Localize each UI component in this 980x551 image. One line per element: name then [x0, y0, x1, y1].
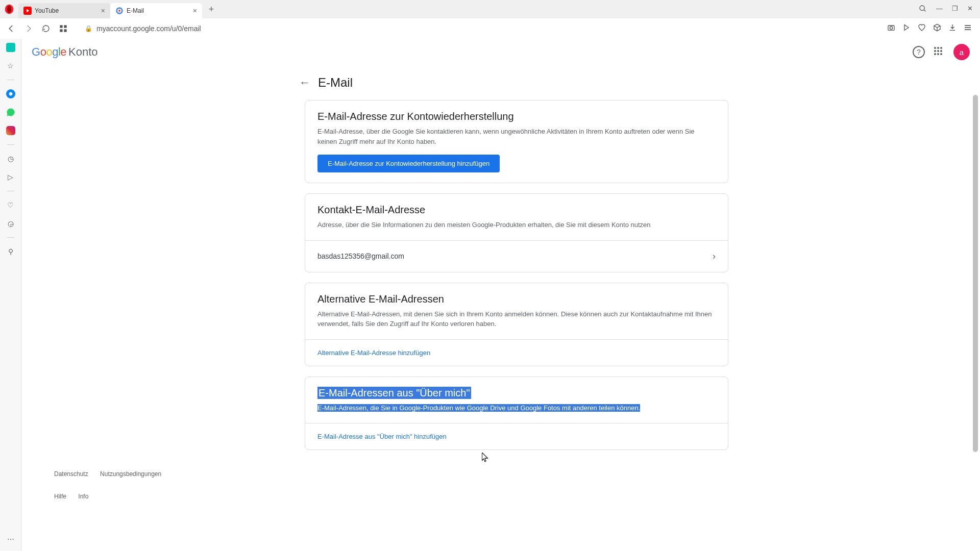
card-title: E-Mail-Adresse zur Kontowiederherstellun… [317, 111, 716, 122]
tab-label: E-Mail [127, 7, 144, 14]
card-title: Alternative E-Mail-Adressen [317, 293, 716, 305]
menu-icon[interactable] [964, 23, 972, 34]
play-icon[interactable] [902, 23, 911, 34]
info-link[interactable]: Info [78, 493, 88, 500]
product-label: Konto [68, 45, 98, 59]
back-button[interactable] [5, 22, 17, 35]
avatar[interactable]: a [953, 44, 970, 60]
whatsapp-icon[interactable] [6, 108, 15, 117]
selected-text: E-Mail-Adressen, die Sie in Google-Produ… [317, 404, 640, 412]
add-about-email-link[interactable]: E-Mail-Adresse aus "Über mich" hinzufüge… [305, 423, 728, 449]
separator [7, 144, 14, 145]
download-icon[interactable] [948, 23, 957, 34]
more-icon[interactable]: ⋯ [6, 535, 15, 544]
minimize-button[interactable]: — [936, 5, 943, 14]
svg-rect-11 [64, 29, 66, 32]
svg-point-13 [890, 27, 892, 29]
clock-icon[interactable]: ◷ [6, 154, 15, 163]
toolbar-right [887, 23, 972, 34]
scroll-thumb[interactable] [973, 95, 978, 452]
url-text: myaccount.google.com/u/0/email [96, 24, 201, 33]
messenger-icon[interactable] [6, 89, 15, 98]
scrollbar[interactable] [972, 39, 979, 551]
star-icon[interactable]: ☆ [6, 61, 15, 70]
svg-line-7 [924, 10, 925, 11]
heart-icon[interactable] [918, 23, 926, 34]
close-button[interactable]: ✕ [967, 5, 973, 14]
pin-icon[interactable]: ⚲ [6, 247, 15, 256]
heart-icon[interactable]: ♡ [6, 201, 15, 210]
email-value: basdas125356@gmail.com [317, 252, 404, 260]
card-title: Kontakt-E-Mail-Adresse [317, 204, 716, 216]
new-tab-button[interactable]: + [204, 2, 218, 16]
cube-icon[interactable] [933, 23, 941, 34]
google-header: Google Konto ? a [21, 39, 980, 65]
opera-menu-button[interactable] [0, 0, 18, 18]
close-icon[interactable]: × [101, 7, 105, 15]
card-description: Alternative E-Mail-Adressen, mit denen S… [317, 309, 716, 329]
window-controls: — ❐ ✕ [912, 5, 980, 14]
contact-email-row[interactable]: basdas125356@gmail.com › [305, 240, 728, 272]
add-recovery-email-button[interactable]: E-Mail-Adresse zur Kontowiederherstellun… [317, 155, 500, 172]
google-logo[interactable]: Google [32, 45, 66, 59]
google-icon [115, 7, 124, 15]
separator [7, 80, 14, 80]
maximize-button[interactable]: ❐ [952, 5, 958, 14]
cards-container: E-Mail-Adresse zur Kontowiederherstellun… [305, 100, 728, 450]
forward-button[interactable] [22, 22, 35, 35]
browser-chrome: YouTube × E-Mail × + — ❐ ✕ 🔒 myaccount.g… [0, 0, 980, 39]
youtube-icon [23, 7, 32, 15]
url-field[interactable]: 🔒 myaccount.google.com/u/0/email [75, 24, 882, 33]
page-title: E-Mail [318, 76, 353, 90]
tab-bar: YouTube × E-Mail × + — ❐ ✕ [0, 0, 980, 18]
play-icon[interactable]: ▷ [6, 172, 15, 182]
svg-rect-8 [60, 25, 62, 28]
snapshot-icon[interactable] [887, 23, 895, 34]
help-icon[interactable]: ? [913, 46, 925, 58]
instagram-icon[interactable] [6, 126, 15, 135]
history-icon[interactable]: ◶ [6, 219, 15, 228]
help-link[interactable]: Hilfe [54, 493, 66, 500]
lock-icon: 🔒 [85, 25, 92, 32]
speed-dial-button[interactable] [57, 22, 69, 35]
search-icon[interactable] [919, 5, 927, 14]
card-title: E-Mail-Adressen aus "Über mich" [317, 387, 716, 399]
selected-text: E-Mail-Adressen aus "Über mich" [317, 387, 471, 399]
back-arrow-button[interactable]: ← [295, 72, 315, 93]
opera-sidebar: ☆ ◷ ▷ ♡ ◶ ⚲ ⋯ [0, 39, 21, 551]
tab-youtube[interactable]: YouTube × [18, 3, 110, 18]
address-bar: 🔒 myaccount.google.com/u/0/email [0, 18, 980, 39]
svg-point-5 [118, 10, 120, 12]
separator [7, 237, 14, 238]
card-description: E-Mail-Adresse, über die Google Sie kont… [317, 127, 716, 146]
chevron-right-icon: › [713, 251, 716, 262]
reload-button[interactable] [40, 22, 52, 35]
svg-rect-9 [64, 25, 66, 28]
alternative-email-card: Alternative E-Mail-Adressen Alternative … [305, 283, 728, 366]
card-description: Adresse, über die Sie Informationen zu d… [317, 220, 716, 230]
tab-label: YouTube [35, 7, 59, 14]
footer: Datenschutz Nutzungsbedingungen Hilfe In… [34, 460, 980, 520]
terms-link[interactable]: Nutzungsbedingungen [100, 470, 161, 478]
apps-icon[interactable] [934, 47, 944, 57]
recovery-email-card: E-Mail-Adresse zur Kontowiederherstellun… [305, 100, 728, 183]
separator [7, 191, 14, 191]
close-icon[interactable]: × [193, 7, 197, 15]
add-alternative-email-link[interactable]: Alternative E-Mail-Adresse hinzufügen [305, 339, 728, 366]
page-content: Google Konto ? a ← E-Mail E-Mail-Adresse… [21, 39, 980, 551]
card-description: E-Mail-Adressen, die Sie in Google-Produ… [317, 403, 716, 413]
contact-email-card: Kontakt-E-Mail-Adresse Adresse, über die… [305, 193, 728, 272]
about-email-card: E-Mail-Adressen aus "Über mich" E-Mail-A… [305, 377, 728, 450]
workspace-icon[interactable] [6, 43, 15, 52]
svg-rect-10 [60, 29, 62, 32]
svg-point-1 [7, 6, 11, 13]
page-title-row: ← E-Mail [295, 65, 980, 100]
tab-email[interactable]: E-Mail × [110, 3, 202, 18]
svg-point-6 [920, 6, 924, 10]
privacy-link[interactable]: Datenschutz [54, 470, 88, 478]
